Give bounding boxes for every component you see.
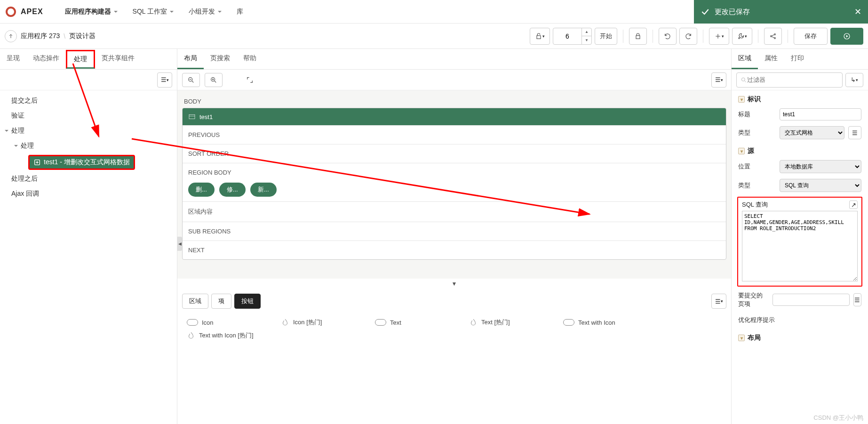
process-tree: 提交之后 验证 处理 处理 test1 - 增删改交互式网格数据 处理之后 Aj… xyxy=(0,90,177,204)
pill-icon xyxy=(187,319,198,326)
tree-selected-node[interactable]: test1 - 增删改交互式网格数据 xyxy=(28,155,135,170)
layout-menu-button[interactable]: ☰ ▾ xyxy=(711,72,726,88)
section-ident[interactable]: ▾标识 xyxy=(732,90,868,105)
gallery-item[interactable]: Text with Icon xyxy=(563,318,643,327)
chevron-down-icon: ▾ xyxy=(738,96,745,103)
gallery-tab-buttons[interactable]: 按钮 xyxy=(234,294,261,309)
page-number-input[interactable] xyxy=(553,32,581,40)
section-source[interactable]: ▾源 xyxy=(732,142,868,157)
run-button[interactable] xyxy=(830,28,863,45)
nav-lib[interactable]: 库 xyxy=(229,0,251,24)
tree-after-process[interactable]: 处理之后 xyxy=(0,171,177,186)
undo-button[interactable] xyxy=(659,28,677,45)
svg-rect-2 xyxy=(537,35,541,39)
share-button[interactable] xyxy=(764,28,782,45)
flame-icon xyxy=(187,331,195,340)
logo-text: APEX xyxy=(21,8,43,16)
page-up-icon[interactable]: ▲ xyxy=(582,28,591,36)
tab-print[interactable]: 打印 xyxy=(784,49,811,69)
nav-app-builder[interactable]: 应用程序构建器 xyxy=(57,0,125,24)
button-edit[interactable]: 修... xyxy=(219,183,246,197)
property-filter-input[interactable] xyxy=(747,76,838,83)
slot-sort-order[interactable]: SORT ORDER xyxy=(183,144,726,163)
tree-ajax[interactable]: Ajax 回调 xyxy=(0,186,177,201)
region-header[interactable]: test1 xyxy=(183,108,726,125)
gallery-tab-items[interactable]: 项 xyxy=(211,294,231,309)
button-delete[interactable]: 删... xyxy=(188,183,215,197)
input-title[interactable] xyxy=(780,108,861,120)
svg-rect-3 xyxy=(636,35,640,39)
chevron-down-icon xyxy=(218,11,222,15)
tab-help[interactable]: 帮助 xyxy=(237,49,263,69)
lbl-title: 标题 xyxy=(738,110,776,119)
redo-button[interactable] xyxy=(679,28,697,45)
zoom-in-button[interactable] xyxy=(205,73,223,87)
gallery-menu-button[interactable]: ☰ ▾ xyxy=(711,294,726,309)
tab-region[interactable]: 区域 xyxy=(732,49,758,69)
banner-close-icon[interactable]: ✕ xyxy=(854,7,861,17)
pill-icon xyxy=(563,319,574,326)
svg-point-23 xyxy=(741,78,745,81)
select-location[interactable]: 本地数据库 xyxy=(780,160,861,173)
sql-textarea[interactable] xyxy=(742,211,858,281)
pick-type-button[interactable]: ☰ xyxy=(848,126,861,139)
property-filter[interactable] xyxy=(736,72,843,88)
expand-sql-icon[interactable]: ↗ xyxy=(849,200,858,209)
page-lock-button[interactable]: ▾ xyxy=(530,28,550,45)
slot-previous[interactable]: PREVIOUS xyxy=(183,125,726,144)
tab-page-search[interactable]: 页搜索 xyxy=(204,49,237,69)
split-handle-icon[interactable]: ◀ xyxy=(177,237,182,251)
page-down-icon[interactable]: ▼ xyxy=(582,36,591,44)
tree-process-sub[interactable]: 处理 xyxy=(9,138,177,153)
lock-button[interactable] xyxy=(629,28,647,45)
select-srctype[interactable]: SQL 查询 xyxy=(780,179,861,192)
input-pages-submit[interactable] xyxy=(772,294,850,306)
svg-line-20 xyxy=(215,81,216,82)
gallery-item[interactable]: Text [热门] xyxy=(469,318,549,327)
start-button[interactable]: 开始 xyxy=(595,28,617,45)
banner-text: 更改已保存 xyxy=(715,8,750,16)
tab-layout[interactable]: 布局 xyxy=(177,49,204,69)
expand-button[interactable] xyxy=(241,73,258,87)
gallery-item[interactable]: Icon xyxy=(187,318,267,327)
tree-validate[interactable]: 验证 xyxy=(0,108,177,123)
slot-next[interactable]: NEXT xyxy=(183,240,726,259)
prop-menu-button[interactable]: ↳▾ xyxy=(845,73,863,87)
slot-sub-regions[interactable]: SUB REGIONS xyxy=(183,222,726,240)
tab-process[interactable]: 处理 xyxy=(66,50,95,69)
gallery-tab-regions[interactable]: 区域 xyxy=(182,294,208,309)
gallery-item[interactable]: Icon [热门] xyxy=(281,318,361,327)
tab-shared[interactable]: 页共享组件 xyxy=(95,49,141,69)
chevron-down-icon xyxy=(170,11,174,15)
tree-menu-button[interactable]: ☰ ▾ xyxy=(157,72,172,88)
tab-attributes[interactable]: 属性 xyxy=(758,49,784,69)
create-button[interactable]: ▾ xyxy=(709,28,729,45)
slot-region-body[interactable]: REGION BODY xyxy=(183,163,726,178)
breadcrumb-up-icon[interactable] xyxy=(5,30,17,42)
select-type[interactable]: 交互式网格 xyxy=(780,126,844,139)
page-number-field[interactable]: ▲▼ xyxy=(553,28,592,45)
tab-render[interactable]: 呈现 xyxy=(0,49,26,69)
nav-sql[interactable]: SQL 工作室 xyxy=(125,0,181,24)
slot-region-content[interactable]: 区域内容 xyxy=(183,201,726,222)
region-card[interactable]: test1 PREVIOUS SORT ORDER REGION BODY 删.… xyxy=(182,108,726,260)
gallery-item[interactable]: Text xyxy=(375,318,455,327)
save-button[interactable]: 保存 xyxy=(794,28,828,45)
tree-submit-after[interactable]: 提交之后 xyxy=(0,93,177,108)
svg-line-9 xyxy=(772,34,774,36)
left-tabs: 呈现 动态操作 处理 页共享组件 xyxy=(0,49,177,70)
button-new[interactable]: 新... xyxy=(250,183,277,197)
chevron-down-icon: ▾ xyxy=(738,335,745,341)
tab-dynamic[interactable]: 动态操作 xyxy=(26,49,66,69)
svg-point-8 xyxy=(774,37,776,39)
utilities-button[interactable]: ▾ xyxy=(732,28,752,45)
zoom-out-button[interactable] xyxy=(182,73,200,87)
splitter-handle-icon[interactable]: ▼ xyxy=(177,279,731,289)
tree-process[interactable]: 处理 xyxy=(0,123,177,138)
svg-line-16 xyxy=(192,81,193,82)
nav-team[interactable]: 小组开发 xyxy=(181,0,229,24)
pick-pages-button[interactable]: ☰ xyxy=(853,293,861,306)
gallery-item[interactable]: Text with Icon [热门] xyxy=(187,331,267,340)
breadcrumb-app[interactable]: 应用程序 273 xyxy=(21,32,60,40)
section-layout[interactable]: ▾布局 xyxy=(732,329,868,344)
